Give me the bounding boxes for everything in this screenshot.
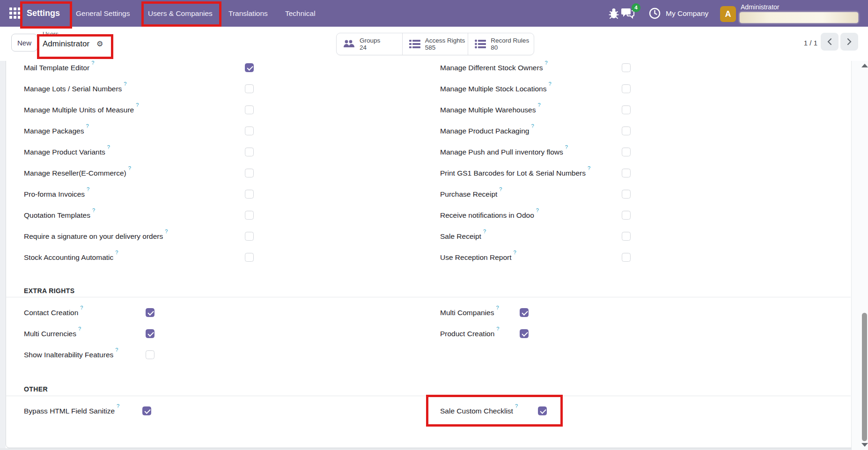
help-question-icon[interactable]: ? [531,123,534,129]
help-question-icon[interactable]: ? [483,229,486,234]
menu-technical[interactable]: Technical [285,0,316,27]
scrollbar-up-arrow-icon[interactable] [861,64,868,67]
help-question-icon[interactable]: ? [514,250,516,255]
field-label: Manage Packages? [24,126,89,135]
checkbox[interactable] [245,190,254,199]
checkbox-field-row: Receive notifications in Odoo? [440,205,651,226]
help-question-icon[interactable]: ? [115,347,118,353]
checkbox[interactable] [245,211,254,220]
checkbox[interactable] [622,169,631,177]
field-label: Manage Product Variants? [24,147,110,156]
activities-clock-icon[interactable] [649,7,661,19]
checkbox-field-row: Multi Companies? [440,302,651,323]
field-label: Use Reception Report? [440,252,516,262]
help-question-icon[interactable]: ? [499,186,502,192]
checkbox[interactable] [245,148,254,156]
checkbox[interactable] [622,84,631,93]
checkbox[interactable] [245,169,254,177]
help-question-icon[interactable]: ? [165,229,168,234]
help-question-icon[interactable]: ? [588,165,590,171]
section-divider [6,396,851,396]
menu-general-settings[interactable]: General Settings [76,0,130,27]
help-question-icon[interactable]: ? [124,81,126,87]
page-background-bottom [0,448,851,450]
scrollbar-down-arrow-icon[interactable] [861,443,868,447]
checkbox[interactable] [142,406,151,415]
stat-button-access-rights[interactable]: Access Rights 585 [402,33,468,55]
checkbox[interactable] [622,190,631,199]
help-question-icon[interactable]: ? [78,326,81,332]
checkbox[interactable] [245,105,254,114]
checkbox[interactable] [622,232,631,241]
checkbox[interactable] [622,105,631,114]
top-nav-bar: Settings General Settings Users & Compan… [0,0,868,27]
checkbox[interactable] [520,329,529,338]
help-question-icon[interactable]: ? [496,326,499,332]
help-question-icon[interactable]: ? [86,123,88,129]
help-question-icon[interactable]: ? [548,81,551,87]
field-label: Sale Receipt? [440,231,486,241]
gear-icon[interactable]: ⚙ [96,39,103,48]
access-rights-right-column: Manage Different Stock Owners? Manage Mu… [440,57,651,268]
user-menu-label[interactable]: Administrator [741,3,779,11]
app-menu-settings[interactable]: Settings [27,0,60,27]
checkbox[interactable] [245,126,254,135]
checkbox[interactable] [538,406,547,415]
extra-rights-left-column: Contact Creation? Multi Currencies? Show… [24,302,286,365]
checkbox[interactable] [520,308,529,317]
field-label: Require a signature on your delivery ord… [24,231,168,241]
stat-button-record-rules[interactable]: Record Rules 80 [468,33,534,55]
checkbox[interactable] [622,148,631,156]
stat-button-groups[interactable]: Groups 24 [337,33,402,55]
help-question-icon[interactable]: ? [115,250,118,255]
access-rights-left-column: Mail Template Editor? Manage Lots / Seri… [24,57,286,268]
field-label: Manage Multiple Stock Locations? [440,84,552,93]
menu-users-companies[interactable]: Users & Companies [148,0,213,27]
avatar[interactable]: A [720,6,736,22]
checkbox[interactable] [245,84,254,93]
checkbox[interactable] [622,253,631,262]
section-divider [6,297,851,297]
pager-next-button[interactable] [840,33,858,51]
checkbox[interactable] [146,350,154,359]
help-question-icon[interactable]: ? [496,305,499,310]
help-question-icon[interactable]: ? [544,60,547,66]
new-button[interactable]: New [11,34,37,52]
checkbox[interactable] [622,211,631,220]
help-question-icon[interactable]: ? [91,60,94,66]
vertical-scrollbar-thumb[interactable] [862,313,867,441]
company-switcher[interactable]: My Company [666,0,708,27]
checkbox-field-row: Stock Accounting Automatic? [24,247,286,268]
field-label: Mail Template Editor? [24,63,94,72]
user-menu-blurred-area [740,12,858,23]
pager-previous-button[interactable] [821,33,839,51]
checkbox[interactable] [146,308,154,317]
help-question-icon[interactable]: ? [565,144,568,150]
section-title-other: OTHER [24,385,48,393]
checkbox[interactable] [622,126,631,135]
apps-grid-icon[interactable] [9,7,21,19]
help-question-icon[interactable]: ? [537,102,540,108]
checkbox[interactable] [245,253,254,262]
message-count-badge[interactable]: 4 [632,3,640,12]
bug-icon[interactable] [608,7,619,20]
help-question-icon[interactable]: ? [136,102,139,108]
help-question-icon[interactable]: ? [128,165,131,171]
help-question-icon[interactable]: ? [87,186,89,192]
help-question-icon[interactable]: ? [107,144,110,150]
help-question-icon[interactable]: ? [92,207,95,213]
checkbox[interactable] [245,63,254,72]
pager-count: 1 / 1 [786,39,817,47]
field-label: Receive notifications in Odoo? [440,210,539,220]
help-question-icon[interactable]: ? [117,403,119,409]
breadcrumb-users-link[interactable]: Users [43,30,59,37]
help-question-icon[interactable]: ? [536,207,539,213]
help-question-icon[interactable]: ? [80,305,83,310]
stat-label: Record Rules [491,37,529,44]
menu-translations[interactable]: Translations [228,0,268,27]
checkbox[interactable] [146,329,154,338]
checkbox[interactable] [622,63,631,72]
help-question-icon[interactable]: ? [515,403,518,409]
checkbox[interactable] [245,232,254,241]
section-title-extra-rights: EXTRA RIGHTS [24,287,75,295]
